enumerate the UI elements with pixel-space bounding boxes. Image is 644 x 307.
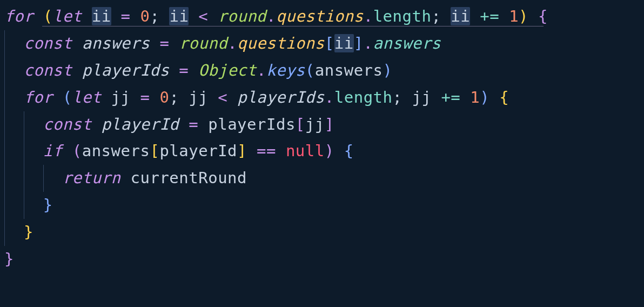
prop-questions: questions [276, 7, 364, 25]
operator-eqeq: == [257, 142, 276, 160]
semicolon: ; [393, 88, 403, 106]
keyword-const: const [24, 61, 72, 79]
operator-plus-assign: += [441, 88, 460, 106]
brace-open: { [344, 142, 354, 160]
paren-open: ( [63, 88, 72, 106]
identifier-ii: ii [92, 7, 111, 25]
keyword-for: for [4, 7, 33, 25]
identifier-playerId: playerId [159, 142, 237, 160]
identifier-ii: ii [451, 7, 470, 25]
bracket-open: [ [150, 142, 159, 160]
brace-open: { [499, 88, 509, 106]
bracket-open: [ [325, 34, 334, 52]
identifier-ii: ii [169, 7, 189, 25]
identifier-answers: answers [315, 61, 383, 79]
operator-assign: = [159, 34, 169, 52]
paren-close: ) [325, 142, 334, 160]
paren-open: ( [43, 7, 53, 25]
paren-open: ( [305, 61, 315, 79]
operator-lt: < [198, 7, 208, 25]
brace-open: { [538, 7, 548, 25]
identifier-jj: jj [305, 115, 325, 134]
keyword-for: for [24, 88, 53, 106]
bracket-close: ] [354, 34, 364, 52]
code-editor[interactable]: for (let ii = 0; ii < round.questions.le… [0, 0, 644, 276]
literal-zero: 0 [140, 7, 150, 25]
dot: . [364, 7, 373, 25]
operator-assign: = [121, 7, 131, 25]
dot: . [266, 7, 276, 25]
brace-close: } [43, 196, 53, 214]
keyword-let: let [53, 7, 82, 25]
dot: . [364, 34, 373, 52]
identifier-jj: jj [189, 88, 208, 106]
identifier-ii: ii [334, 34, 354, 52]
identifier-round: round [179, 34, 227, 52]
prop-answers: answers [373, 34, 441, 52]
paren-open: ( [72, 142, 82, 160]
identifier-playerIds: playerIds [208, 115, 296, 134]
literal-null: null [286, 142, 325, 160]
identifier-answers: answers [82, 34, 150, 52]
identifier-object: Object [198, 61, 257, 79]
identifier-round: round [218, 7, 266, 25]
brace-close: } [24, 223, 33, 241]
operator-assign: = [140, 88, 150, 106]
paren-close: ) [480, 88, 489, 106]
dot: . [227, 34, 237, 52]
bracket-open: [ [296, 115, 305, 134]
operator-lt: < [218, 88, 227, 106]
operator-assign: = [189, 115, 198, 134]
paren-close: ) [519, 7, 528, 25]
dot: . [257, 61, 266, 79]
literal-one: 1 [470, 88, 480, 106]
identifier-jj: jj [412, 88, 431, 106]
dot: . [325, 88, 334, 106]
operator-assign: = [179, 61, 189, 79]
operator-plus-assign: += [480, 7, 499, 25]
keyword-const: const [43, 115, 92, 134]
identifier-jj: jj [111, 88, 131, 106]
keyword-if: if [43, 142, 63, 160]
keyword-return: return [63, 169, 121, 187]
prop-length: length [334, 88, 393, 106]
prop-length: length [373, 7, 432, 25]
paren-close: ) [383, 61, 393, 79]
literal-zero: 0 [159, 88, 169, 106]
identifier-playerIds: playerIds [82, 61, 170, 79]
keyword-const: const [24, 34, 72, 52]
identifier-playerId: playerId [102, 115, 179, 134]
literal-one: 1 [509, 7, 519, 25]
semicolon: ; [150, 7, 159, 25]
bracket-close: ] [325, 115, 334, 134]
semicolon: ; [169, 88, 179, 106]
identifier-answers: answers [82, 142, 150, 160]
identifier-currentRound: currentRound [131, 169, 247, 187]
semicolon: ; [431, 7, 441, 25]
method-keys: keys [266, 61, 305, 79]
brace-close: } [4, 250, 14, 268]
prop-questions: questions [237, 34, 325, 52]
keyword-let: let [72, 88, 102, 106]
bracket-close: ] [237, 142, 247, 160]
identifier-playerIds: playerIds [237, 88, 325, 106]
